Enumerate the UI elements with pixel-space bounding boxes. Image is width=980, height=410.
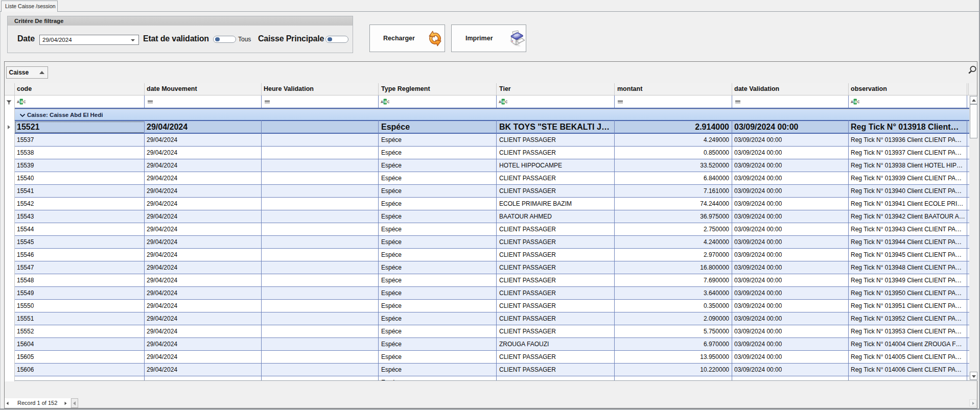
svg-text:B: B	[502, 100, 505, 104]
svg-text:C: C	[24, 100, 26, 104]
svg-text:C: C	[857, 100, 859, 104]
svg-text:C: C	[505, 100, 507, 104]
svg-text:B: B	[854, 100, 857, 104]
svg-text:C: C	[387, 100, 389, 104]
svg-text:A: A	[499, 100, 501, 104]
svg-text:A: A	[381, 100, 383, 104]
svg-text:A: A	[851, 100, 853, 104]
svg-text:B: B	[384, 100, 387, 104]
svg-text:B: B	[20, 100, 23, 104]
svg-text:A: A	[17, 100, 19, 104]
